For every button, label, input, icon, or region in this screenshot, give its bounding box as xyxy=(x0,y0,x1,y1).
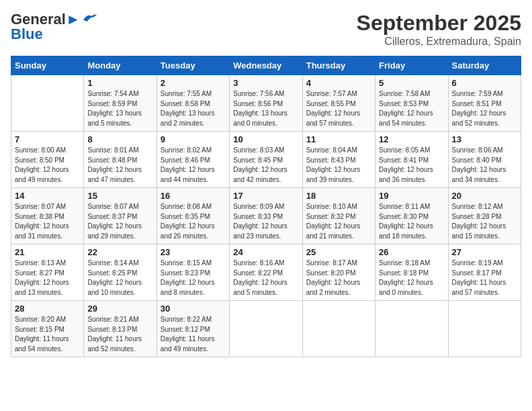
day-number: 3 xyxy=(233,78,298,88)
calendar-cell: 4Sunrise: 7:57 AMSunset: 8:55 PMDaylight… xyxy=(302,75,375,132)
day-info: Sunrise: 8:05 AMSunset: 8:41 PMDaylight:… xyxy=(379,146,444,185)
weekday-header-monday: Monday xyxy=(84,56,157,75)
calendar-week-1: 1Sunrise: 7:54 AMSunset: 8:59 PMDaylight… xyxy=(11,75,521,132)
day-number: 22 xyxy=(87,247,152,257)
day-info: Sunrise: 8:03 AMSunset: 8:45 PMDaylight:… xyxy=(233,146,298,185)
day-number: 14 xyxy=(15,191,80,201)
weekday-header-wednesday: Wednesday xyxy=(230,56,302,75)
calendar-cell: 8Sunrise: 8:01 AMSunset: 8:48 PMDaylight… xyxy=(84,132,157,188)
calendar-week-3: 14Sunrise: 8:07 AMSunset: 8:38 PMDayligh… xyxy=(11,188,521,244)
calendar-cell: 20Sunrise: 8:12 AMSunset: 8:28 PMDayligh… xyxy=(448,188,521,244)
logo: General► Blue xyxy=(11,11,97,43)
calendar-cell: 3Sunrise: 7:56 AMSunset: 8:56 PMDaylight… xyxy=(230,75,302,132)
calendar-cell xyxy=(448,301,521,357)
calendar-cell: 5Sunrise: 7:58 AMSunset: 8:53 PMDaylight… xyxy=(375,75,448,132)
weekday-header-sunday: Sunday xyxy=(11,56,84,75)
day-number: 30 xyxy=(161,304,226,314)
day-number: 18 xyxy=(306,191,371,201)
day-number: 20 xyxy=(452,191,517,201)
calendar-cell xyxy=(230,301,302,357)
logo-blue-text: Blue xyxy=(11,26,43,43)
day-info: Sunrise: 7:56 AMSunset: 8:56 PMDaylight:… xyxy=(233,89,298,128)
calendar-cell: 12Sunrise: 8:05 AMSunset: 8:41 PMDayligh… xyxy=(375,132,448,188)
calendar-cell: 1Sunrise: 7:54 AMSunset: 8:59 PMDaylight… xyxy=(84,75,157,132)
day-number: 25 xyxy=(306,247,371,257)
weekday-header-friday: Friday xyxy=(375,56,448,75)
day-number: 2 xyxy=(161,78,226,88)
calendar-cell: 10Sunrise: 8:03 AMSunset: 8:45 PMDayligh… xyxy=(230,132,302,188)
day-info: Sunrise: 7:57 AMSunset: 8:55 PMDaylight:… xyxy=(306,89,371,128)
day-number: 11 xyxy=(306,134,371,144)
day-number: 17 xyxy=(233,191,298,201)
day-info: Sunrise: 8:21 AMSunset: 8:13 PMDaylight:… xyxy=(87,315,152,354)
day-info: Sunrise: 7:59 AMSunset: 8:51 PMDaylight:… xyxy=(452,89,517,128)
day-info: Sunrise: 8:09 AMSunset: 8:33 PMDaylight:… xyxy=(233,202,298,241)
calendar-cell: 14Sunrise: 8:07 AMSunset: 8:38 PMDayligh… xyxy=(11,188,84,244)
calendar-table: SundayMondayTuesdayWednesdayThursdayFrid… xyxy=(11,56,521,357)
calendar-week-2: 7Sunrise: 8:00 AMSunset: 8:50 PMDaylight… xyxy=(11,132,521,188)
calendar-cell: 25Sunrise: 8:17 AMSunset: 8:20 PMDayligh… xyxy=(302,244,375,301)
calendar-cell: 2Sunrise: 7:55 AMSunset: 8:58 PMDaylight… xyxy=(157,75,229,132)
day-number: 24 xyxy=(233,247,298,257)
calendar-cell: 23Sunrise: 8:15 AMSunset: 8:23 PMDayligh… xyxy=(157,244,229,301)
calendar-cell: 27Sunrise: 8:19 AMSunset: 8:17 PMDayligh… xyxy=(448,244,521,301)
calendar-cell: 28Sunrise: 8:20 AMSunset: 8:15 PMDayligh… xyxy=(11,301,84,357)
calendar-cell: 17Sunrise: 8:09 AMSunset: 8:33 PMDayligh… xyxy=(230,188,302,244)
calendar-cell: 15Sunrise: 8:07 AMSunset: 8:37 PMDayligh… xyxy=(84,188,157,244)
day-number: 23 xyxy=(161,247,226,257)
calendar-cell: 29Sunrise: 8:21 AMSunset: 8:13 PMDayligh… xyxy=(84,301,157,357)
day-info: Sunrise: 8:06 AMSunset: 8:40 PMDaylight:… xyxy=(452,146,517,185)
day-number: 13 xyxy=(452,134,517,144)
calendar-cell: 7Sunrise: 8:00 AMSunset: 8:50 PMDaylight… xyxy=(11,132,84,188)
day-number: 7 xyxy=(15,134,80,144)
calendar-cell: 18Sunrise: 8:10 AMSunset: 8:32 PMDayligh… xyxy=(302,188,375,244)
calendar-cell xyxy=(375,301,448,357)
page-subtitle: Cilleros, Extremadura, Spain xyxy=(357,36,521,48)
day-number: 8 xyxy=(87,134,152,144)
weekday-header-row: SundayMondayTuesdayWednesdayThursdayFrid… xyxy=(11,56,521,75)
calendar-cell: 30Sunrise: 8:22 AMSunset: 8:12 PMDayligh… xyxy=(157,301,229,357)
day-info: Sunrise: 8:16 AMSunset: 8:22 PMDaylight:… xyxy=(233,259,298,298)
weekday-header-tuesday: Tuesday xyxy=(157,56,229,75)
day-info: Sunrise: 8:10 AMSunset: 8:32 PMDaylight:… xyxy=(306,202,371,241)
calendar-week-5: 28Sunrise: 8:20 AMSunset: 8:15 PMDayligh… xyxy=(11,301,521,357)
day-number: 19 xyxy=(379,191,444,201)
day-number: 28 xyxy=(15,304,80,314)
day-info: Sunrise: 8:15 AMSunset: 8:23 PMDaylight:… xyxy=(161,259,226,298)
day-info: Sunrise: 8:07 AMSunset: 8:38 PMDaylight:… xyxy=(15,202,80,241)
calendar-cell: 9Sunrise: 8:02 AMSunset: 8:46 PMDaylight… xyxy=(157,132,229,188)
day-info: Sunrise: 8:13 AMSunset: 8:27 PMDaylight:… xyxy=(15,259,80,298)
day-info: Sunrise: 8:12 AMSunset: 8:28 PMDaylight:… xyxy=(452,202,517,241)
logo-blue: ► xyxy=(66,11,81,28)
day-number: 15 xyxy=(87,191,152,201)
day-number: 27 xyxy=(452,247,517,257)
calendar-cell: 16Sunrise: 8:08 AMSunset: 8:35 PMDayligh… xyxy=(157,188,229,244)
calendar-cell: 11Sunrise: 8:04 AMSunset: 8:43 PMDayligh… xyxy=(302,132,375,188)
day-info: Sunrise: 7:58 AMSunset: 8:53 PMDaylight:… xyxy=(379,89,444,128)
weekday-header-saturday: Saturday xyxy=(448,56,521,75)
day-info: Sunrise: 8:04 AMSunset: 8:43 PMDaylight:… xyxy=(306,146,371,185)
calendar-cell: 22Sunrise: 8:14 AMSunset: 8:25 PMDayligh… xyxy=(84,244,157,301)
calendar-cell: 26Sunrise: 8:18 AMSunset: 8:18 PMDayligh… xyxy=(375,244,448,301)
page-title: September 2025 xyxy=(357,11,521,36)
day-info: Sunrise: 8:08 AMSunset: 8:35 PMDaylight:… xyxy=(161,202,226,241)
day-info: Sunrise: 8:14 AMSunset: 8:25 PMDaylight:… xyxy=(87,259,152,298)
day-info: Sunrise: 7:55 AMSunset: 8:58 PMDaylight:… xyxy=(161,89,226,128)
day-info: Sunrise: 8:07 AMSunset: 8:37 PMDaylight:… xyxy=(87,202,152,241)
day-number: 4 xyxy=(306,78,371,88)
calendar-cell xyxy=(11,75,84,132)
day-info: Sunrise: 8:01 AMSunset: 8:48 PMDaylight:… xyxy=(87,146,152,185)
day-info: Sunrise: 7:54 AMSunset: 8:59 PMDaylight:… xyxy=(87,89,152,128)
day-number: 6 xyxy=(452,78,517,88)
calendar-cell: 24Sunrise: 8:16 AMSunset: 8:22 PMDayligh… xyxy=(230,244,302,301)
day-info: Sunrise: 8:00 AMSunset: 8:50 PMDaylight:… xyxy=(15,146,80,185)
logo-bird-icon xyxy=(82,13,97,23)
day-number: 26 xyxy=(379,247,444,257)
day-number: 21 xyxy=(15,247,80,257)
day-info: Sunrise: 8:22 AMSunset: 8:12 PMDaylight:… xyxy=(161,315,226,354)
day-number: 9 xyxy=(161,134,226,144)
day-info: Sunrise: 8:18 AMSunset: 8:18 PMDaylight:… xyxy=(379,259,444,298)
day-info: Sunrise: 8:19 AMSunset: 8:17 PMDaylight:… xyxy=(452,259,517,298)
day-number: 1 xyxy=(87,78,152,88)
page-header: General► Blue September 2025 Cilleros, E… xyxy=(11,11,521,48)
